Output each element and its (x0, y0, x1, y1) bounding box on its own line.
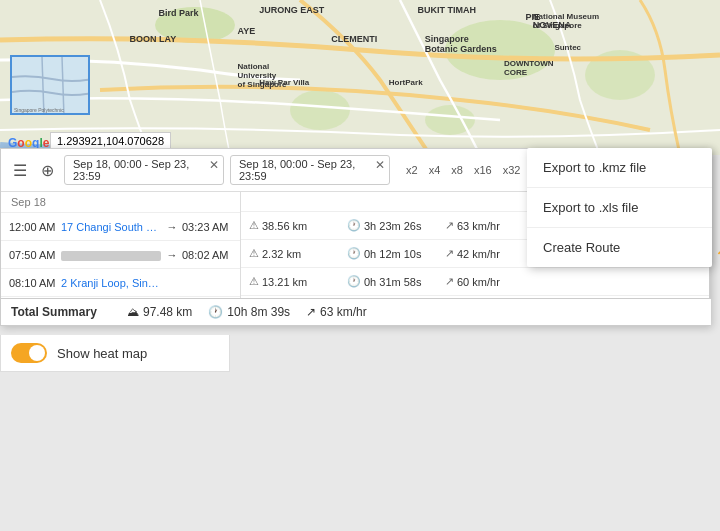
summary-distance: ⛰ 97.48 km (127, 305, 192, 319)
table-row: 08:10 AM 2 Kranji Loop, Singapo... (1, 269, 240, 297)
end-time: 08:02 AM (182, 249, 232, 261)
arrow: → (162, 249, 182, 261)
heatmap-toggle[interactable] (11, 343, 47, 363)
distance-icon: ⚠ (249, 275, 259, 288)
heatmap-row: Show heat map (0, 335, 230, 372)
stats-row: ⚠ 13.21 km 🕐 0h 31m 58s ↗ 60 km/hr (241, 268, 709, 296)
create-route-item[interactable]: Create Route ↗ (527, 228, 712, 267)
distance-icon: ⚠ (249, 247, 259, 260)
clock-icon: 🕐 (347, 275, 361, 288)
arrow-indicator: ↗ (715, 236, 720, 260)
time: 07:50 AM (9, 249, 61, 261)
duration: 0h 12m 10s (364, 248, 421, 260)
time-icon: 🕐 (208, 305, 223, 319)
address[interactable]: 17 Changi South Street 2, Singapore 4861… (61, 221, 162, 233)
close-filter-1[interactable]: ✕ (209, 158, 219, 172)
duration: 0h 31m 58s (364, 276, 421, 288)
speed-x2[interactable]: x2 (402, 162, 422, 178)
map-area: Bird Park JURONG EAST BUKIT TIMAH PIE NO… (0, 0, 720, 155)
export-xls-item[interactable]: Export to .xls file (527, 188, 712, 228)
clock-icon: 🕐 (347, 219, 361, 232)
distance-icon: ⚠ (249, 219, 259, 232)
clock-icon: 🕐 (347, 247, 361, 260)
speed-icon: ↗ (445, 275, 454, 288)
end-time: 03:23 AM (182, 221, 232, 233)
distance: 2.32 km (262, 248, 301, 260)
summary-row: Total Summary ⛰ 97.48 km 🕐 10h 8m 39s ↗ … (1, 298, 711, 325)
context-menu: Export to .kmz file Export to .xls file … (527, 148, 712, 267)
arrow: → (162, 221, 182, 233)
speed-x8[interactable]: x8 (447, 162, 467, 178)
date-filter-2[interactable]: Sep 18, 00:00 - Sep 23, 23:59 ✕ (230, 155, 390, 185)
date-header: Sep 18 (1, 192, 240, 213)
heatmap-label: Show heat map (57, 346, 147, 361)
time: 08:10 AM (9, 277, 61, 289)
export-kmz-item[interactable]: Export to .kmz file (527, 148, 712, 188)
list-icon[interactable]: ☰ (9, 159, 31, 182)
distance: 13.21 km (262, 276, 307, 288)
time: 12:00 AM (9, 221, 61, 233)
date-filter-1[interactable]: Sep 18, 00:00 - Sep 23, 23:59 ✕ (64, 155, 224, 185)
speed-x32[interactable]: x32 (499, 162, 525, 178)
svg-text:Singapore Polytechnic: Singapore Polytechnic (14, 107, 64, 113)
table-row: 07:50 AM → 08:02 AM (1, 241, 240, 269)
map-thumbnail: Singapore Polytechnic (10, 55, 90, 115)
speed: 42 km/hr (457, 248, 500, 260)
summary-label: Total Summary (11, 305, 111, 319)
summary-speed: ↗ 63 km/hr (306, 305, 367, 319)
summary-duration: 🕐 10h 8m 39s (208, 305, 290, 319)
distance: 38.56 km (262, 220, 307, 232)
speed-x4[interactable]: x4 (425, 162, 445, 178)
address[interactable]: 2 Kranji Loop, Singapo... (61, 277, 162, 289)
duration: 3h 23m 26s (364, 220, 421, 232)
address-blurred (61, 248, 162, 260)
mountain-icon: ⛰ (127, 305, 139, 319)
speed-icon: ↗ (306, 305, 316, 319)
table-row: 12:00 AM 17 Changi South Street 2, Singa… (1, 213, 240, 241)
close-filter-2[interactable]: ✕ (375, 158, 385, 172)
speed-icon: ↗ (445, 219, 454, 232)
speed: 60 km/hr (457, 276, 500, 288)
speed-icon: ↗ (445, 247, 454, 260)
speed-x16[interactable]: x16 (470, 162, 496, 178)
speed: 63 km/hr (457, 220, 500, 232)
adjust-icon[interactable]: ⊕ (37, 159, 58, 182)
